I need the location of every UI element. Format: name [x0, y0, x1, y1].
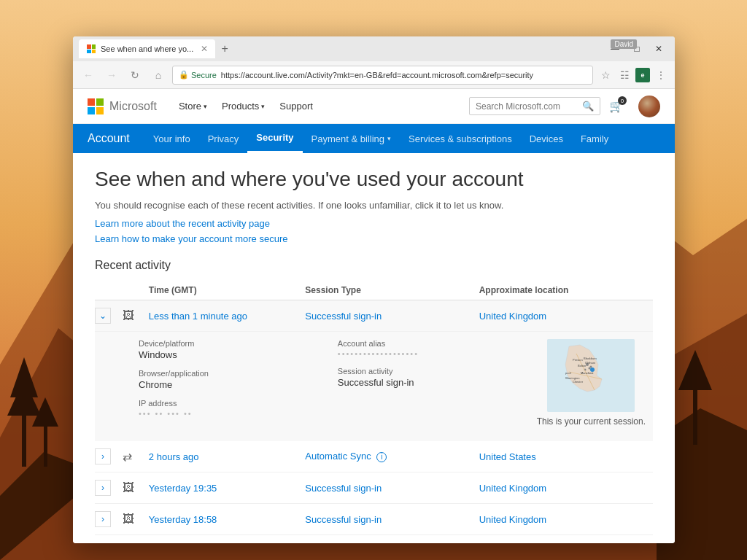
activity-value: Successful sign-in: [338, 377, 522, 388]
session-link[interactable]: Successful sign-in: [305, 514, 382, 525]
location-link[interactable]: United Kingdom: [479, 483, 547, 494]
expand-cell[interactable]: ›: [95, 504, 123, 535]
chevron-down-icon: ▾: [387, 135, 391, 142]
user-avatar[interactable]: [638, 96, 660, 117]
svg-text:Preston: Preston: [573, 358, 583, 362]
account-nav-brand: Account: [88, 132, 130, 145]
expand-button[interactable]: ›: [95, 448, 111, 464]
col-session-header: Session Type: [305, 281, 479, 300]
session-cell: Successful sign-in: [305, 472, 479, 504]
device-platform-label: Device/platform: [139, 339, 323, 348]
back-button[interactable]: ←: [79, 66, 98, 85]
detail-row: Device/platform Windows Browser/applicat…: [95, 332, 653, 442]
time-link[interactable]: 2 hours ago: [149, 451, 199, 462]
ms-search[interactable]: 🔍: [469, 97, 600, 115]
expand-button[interactable]: ›: [95, 511, 111, 527]
forward-button[interactable]: →: [102, 66, 121, 85]
browser-value: Chrome: [139, 379, 323, 390]
location-link[interactable]: United Kingdom: [479, 311, 547, 322]
svg-point-16: [590, 366, 592, 368]
read-mode-icon[interactable]: ☷: [616, 67, 632, 83]
search-input[interactable]: [476, 101, 578, 112]
cart-icon[interactable]: 🛒 0: [609, 99, 624, 113]
session-link[interactable]: Successful sign-in: [305, 311, 382, 322]
icon-cell: 🖼: [123, 504, 149, 535]
svg-text:pool: pool: [565, 371, 571, 375]
svg-rect-5: [22, 408, 26, 467]
nav-products[interactable]: Products ▾: [222, 101, 265, 112]
col-time-header: Time (GMT): [149, 281, 305, 300]
detail-col-left: Device/platform Windows Browser/applicat…: [139, 339, 323, 427]
section-title: Recent activity: [95, 259, 653, 272]
time-cell: 2 hours ago: [149, 441, 305, 472]
nav-family[interactable]: Family: [572, 124, 617, 153]
session-link[interactable]: Automatic Sync: [305, 451, 371, 462]
time-cell: Yesterday 19:35: [149, 472, 305, 504]
ip-value: ••• •• ••• ••: [139, 409, 323, 418]
info-icon[interactable]: i: [376, 452, 387, 462]
svg-text:Oldham: Oldham: [585, 361, 596, 365]
session-link[interactable]: Successful sign-in: [305, 483, 382, 494]
nav-store[interactable]: Store ▾: [179, 101, 207, 112]
expand-button[interactable]: ›: [95, 480, 111, 496]
collapse-button[interactable]: ⌄: [95, 308, 111, 324]
detail-col-right: Account alias ••••••••••••••••••• Sessio…: [338, 339, 522, 427]
location-link[interactable]: United Kingdom: [479, 514, 547, 525]
sync-icon: ⇄: [123, 451, 132, 463]
svg-rect-8: [44, 423, 47, 467]
learn-more-link[interactable]: Learn more about the recent activity pag…: [95, 218, 653, 229]
close-button[interactable]: ✕: [649, 39, 669, 59]
ip-label: IP address: [139, 399, 323, 408]
device-icon: 🖼: [123, 481, 134, 494]
nav-payment[interactable]: Payment & billing ▾: [303, 124, 400, 153]
make-secure-link[interactable]: Learn how to make your account more secu…: [95, 233, 653, 244]
new-tab-button[interactable]: +: [215, 39, 234, 58]
table-row: › ⇄ 2 hours ago Automatic Sync i: [95, 441, 653, 472]
device-platform-value: Windows: [139, 349, 323, 360]
title-bar-user: David: [611, 39, 637, 49]
nav-security[interactable]: Security: [247, 124, 302, 153]
location-link[interactable]: United States: [479, 451, 536, 462]
session-cell: Successful sign-in: [305, 504, 479, 535]
account-nav: Account Your info Privacy Security Payme…: [73, 124, 675, 153]
table-header-row: Time (GMT) Session Type Approximate loca…: [95, 281, 653, 300]
page-title: See when and where you've used your acco…: [95, 168, 653, 191]
svg-text:Blackburn: Blackburn: [584, 357, 597, 360]
cart-badge: 0: [618, 96, 627, 105]
alias-label: Account alias: [338, 339, 522, 348]
tab-close-button[interactable]: ✕: [201, 44, 208, 54]
device-icon: 🖼: [123, 513, 134, 525]
nav-your-info[interactable]: Your info: [144, 124, 199, 153]
browser-tab[interactable]: See when and where yo... ✕: [79, 39, 215, 58]
url-bar[interactable]: 🔒 Secure https://account.live.com/Activi…: [172, 66, 593, 85]
ms-brand-name: Microsoft: [109, 100, 157, 113]
bookmark-icon[interactable]: ☆: [597, 67, 614, 83]
expand-cell[interactable]: ⌄: [95, 300, 123, 332]
nav-support[interactable]: Support: [279, 101, 313, 112]
nav-services[interactable]: Services & subscriptions: [400, 124, 521, 153]
address-bar: ← → ↻ ⌂ 🔒 Secure https://account.live.co…: [73, 61, 675, 89]
col-icon-header: [123, 281, 149, 300]
icon-cell: ⇄: [123, 441, 149, 472]
ms-topnav: Microsoft Store ▾ Products ▾ Support 🔍: [73, 89, 675, 124]
more-icon[interactable]: ⋮: [653, 67, 669, 83]
page-subtitle: You should recognise each of these recen…: [95, 200, 653, 211]
secure-indicator: 🔒 Secure: [179, 70, 217, 79]
icon-cell: 🖼: [123, 472, 149, 504]
ms-logo: [88, 98, 104, 114]
location-cell: United Kingdom: [479, 472, 653, 504]
extension-icon[interactable]: e: [635, 68, 650, 82]
nav-devices[interactable]: Devices: [521, 124, 572, 153]
nav-privacy[interactable]: Privacy: [199, 124, 248, 153]
time-link[interactable]: Less than 1 minute ago: [149, 311, 247, 322]
time-link[interactable]: Yesterday 18:58: [149, 514, 217, 525]
refresh-button[interactable]: ↻: [125, 66, 144, 85]
browser-label: Browser/application: [139, 369, 323, 378]
home-button[interactable]: ⌂: [149, 66, 168, 85]
tab-title: See when and where yo...: [101, 44, 193, 53]
col-location-header: Approximate location: [479, 281, 653, 300]
time-link[interactable]: Yesterday 19:35: [149, 483, 217, 494]
expand-cell[interactable]: ›: [95, 441, 123, 472]
expand-cell[interactable]: ›: [95, 472, 123, 504]
ms-nav-links: Store ▾ Products ▾ Support: [179, 101, 469, 112]
